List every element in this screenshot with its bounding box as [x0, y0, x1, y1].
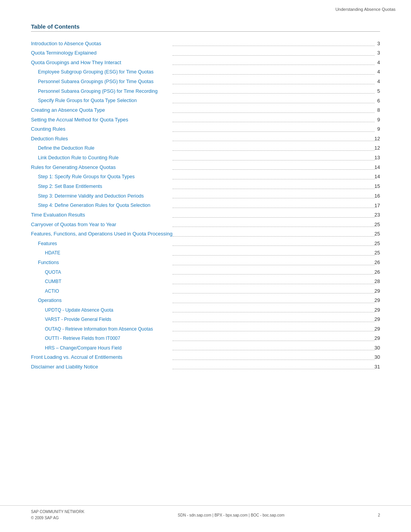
toc-row[interactable]: Features, Functions, and Operations Used… [31, 229, 380, 239]
toc-dots [173, 248, 375, 258]
toc-dots [173, 277, 375, 286]
toc-row[interactable]: VARST - Provide General Fields29 [31, 315, 380, 324]
toc-dots [173, 172, 375, 182]
toc-row[interactable]: Specify Rule Groups for Quota Type Selec… [31, 96, 380, 106]
toc-row[interactable]: Time Evaluation Results23 [31, 210, 380, 220]
toc-entry-page: 23 [375, 210, 380, 220]
toc-row[interactable]: Define the Deduction Rule12 [31, 143, 380, 153]
toc-dots [173, 143, 375, 153]
toc-row[interactable]: Personnel Subarea Grouping (PSG) for Tim… [31, 86, 380, 96]
toc-dots [173, 39, 375, 48]
toc-row[interactable]: Features25 [31, 239, 380, 248]
toc-row[interactable]: Quota Terminology Explained3 [31, 48, 380, 58]
toc-entry-page: 12 [375, 134, 380, 143]
toc-entry-page: 30 [375, 343, 380, 353]
toc-title: Table of Contents [31, 23, 380, 32]
toc-dots [173, 257, 375, 267]
toc-row[interactable]: Front Loading vs. Accrual of Entitlement… [31, 353, 380, 362]
toc-entry-label: Personnel Subarea Grouping (PSG) for Tim… [31, 89, 158, 94]
toc-row[interactable]: Functions26 [31, 257, 380, 267]
toc-entry-page: 29 [375, 305, 380, 315]
footer-page-number: 2 [378, 513, 380, 517]
toc-entry-page: 16 [375, 191, 380, 201]
toc-entry-page: 25 [375, 239, 380, 248]
toc-row[interactable]: OUTAQ - Retrieve Information from Absenc… [31, 324, 380, 334]
footer-center: SDN - sdn.sap.com | BPX - bpx.sap.com | … [178, 513, 284, 517]
toc-entry-label: Carryover of Quotas from Year to Year [31, 222, 116, 227]
toc-entry-label: HDATE [31, 250, 60, 256]
toc-dots [173, 239, 375, 248]
toc-entry-page: 6 [375, 96, 380, 106]
toc-row[interactable]: Link Deduction Rule to Counting Rule13 [31, 153, 380, 162]
toc-dots [173, 96, 375, 106]
toc-entry-page: 29 [375, 315, 380, 324]
toc-dots [173, 286, 375, 296]
toc-entry-page: 3 [375, 48, 380, 58]
toc-row[interactable]: Step 3: Determine Validity and Deduction… [31, 191, 380, 201]
toc-row[interactable]: Creating an Absence Quota Type8 [31, 106, 380, 115]
toc-dots [173, 153, 375, 162]
toc-entry-page: 25 [375, 248, 380, 258]
toc-entry-page: 4 [375, 67, 380, 77]
toc-dots [173, 220, 375, 229]
toc-row[interactable]: Counting Rules9 [31, 124, 380, 134]
toc-entry-page: 31 [375, 362, 380, 372]
toc-dots [173, 67, 375, 77]
toc-row[interactable]: HRS – Change/Compare Hours Field30 [31, 343, 380, 353]
toc-entry-label: ACTIO [31, 288, 59, 294]
toc-entry-page: 30 [375, 353, 380, 362]
toc-dots [173, 162, 375, 172]
toc-row[interactable]: Operations29 [31, 296, 380, 305]
toc-entry-label: Disclaimer and Liability Notice [31, 364, 98, 370]
toc-entry-label: Define the Deduction Rule [31, 145, 94, 151]
toc-row[interactable]: QUOTA26 [31, 267, 380, 277]
toc-row[interactable]: Setting the Accrual Method for Quota Typ… [31, 115, 380, 124]
toc-entry-label: Functions [31, 260, 59, 265]
toc-dots [173, 324, 375, 334]
toc-entry-label: Personnel Subarea Groupings (PSG) for Ti… [31, 79, 154, 84]
toc-row[interactable]: HDATE25 [31, 248, 380, 258]
toc-dots [173, 296, 375, 305]
toc-row[interactable]: Rules for Generating Absence Quotas14 [31, 162, 380, 172]
toc-entry-page: 14 [375, 172, 380, 182]
toc-dots [173, 181, 375, 191]
toc-dots [173, 343, 375, 353]
toc-entry-page: 25 [375, 220, 380, 229]
toc-dots [173, 229, 375, 239]
toc-row[interactable]: Employee Subgroup Grouping (ESG) for Tim… [31, 67, 380, 77]
toc-dots [173, 362, 375, 372]
toc-entry-label: Employee Subgroup Grouping (ESG) for Tim… [31, 69, 154, 75]
toc-row[interactable]: Step 1: Specify Rule Groups for Quota Ty… [31, 172, 380, 182]
toc-entry-label: Deduction Rules [31, 136, 68, 142]
toc-row[interactable]: Personnel Subarea Groupings (PSG) for Ti… [31, 77, 380, 86]
toc-entry-label: Rules for Generating Absence Quotas [31, 164, 116, 170]
toc-dots [173, 334, 375, 343]
toc-entry-page: 26 [375, 267, 380, 277]
toc-entry-label: CUMBT [31, 279, 62, 284]
toc-entry-label: Step 4: Define Generation Rules for Quot… [31, 203, 150, 208]
page-header: Understanding Absence Quotas [336, 7, 396, 12]
toc-row[interactable]: CUMBT28 [31, 277, 380, 286]
toc-row[interactable]: Deduction Rules12 [31, 134, 380, 143]
toc-entry-label: Step 2: Set Base Entitlements [31, 184, 102, 189]
toc-entry-page: 12 [375, 143, 380, 153]
toc-entry-page: 26 [375, 257, 380, 267]
toc-row[interactable]: Carryover of Quotas from Year to Year25 [31, 220, 380, 229]
toc-row[interactable]: Step 2: Set Base Entitlements15 [31, 181, 380, 191]
toc-entry-page: 25 [375, 229, 380, 239]
toc-row[interactable]: Step 4: Define Generation Rules for Quot… [31, 201, 380, 210]
toc-entry-label: HRS – Change/Compare Hours Field [31, 345, 122, 351]
toc-row[interactable]: Introduction to Absence Quotas3 [31, 39, 380, 48]
toc-entry-label: VARST - Provide General Fields [31, 317, 111, 322]
toc-row[interactable]: UPDTQ - Update Absence Quota29 [31, 305, 380, 315]
toc-row[interactable]: Disclaimer and Liability Notice31 [31, 362, 380, 372]
toc-row[interactable]: ACTIO29 [31, 286, 380, 296]
toc-entry-label: Time Evaluation Results [31, 212, 85, 218]
toc-entry-label: Creating an Absence Quota Type [31, 107, 105, 113]
toc-entry-page: 5 [375, 86, 380, 96]
toc-entry-label: OUTTI - Retrieve Fields from IT0007 [31, 336, 120, 341]
toc-row[interactable]: Quota Groupings and How They Interact4 [31, 58, 380, 67]
toc-entry-page: 13 [375, 153, 380, 162]
toc-entry-label: Link Deduction Rule to Counting Rule [31, 155, 118, 160]
toc-row[interactable]: OUTTI - Retrieve Fields from IT000729 [31, 334, 380, 343]
